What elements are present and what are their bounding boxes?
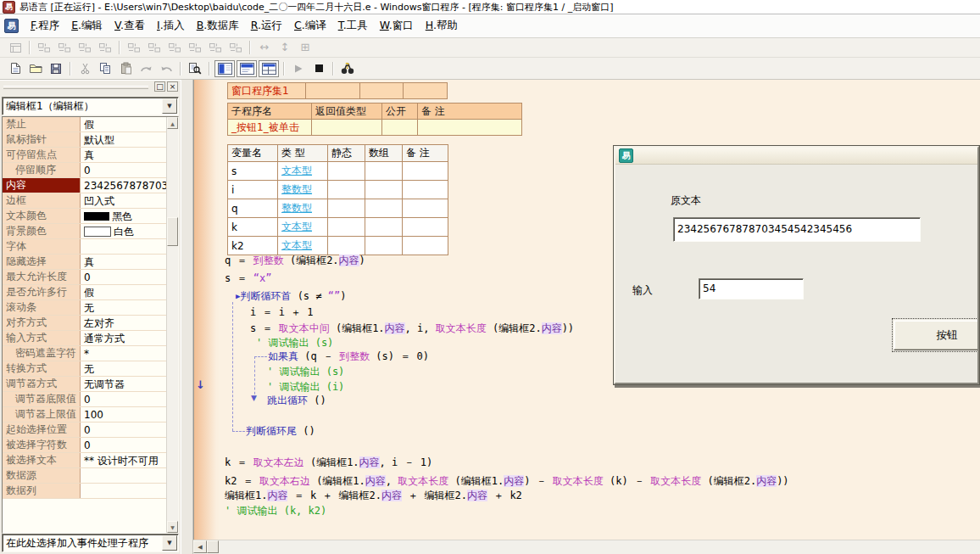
code-line[interactable]: k2 ＝ 取文本右边 (编辑框1.内容, 取文本长度 (编辑框1.内容) － 取… [225, 475, 789, 487]
code-line[interactable]: ' 调试输出 (i) [267, 381, 344, 393]
property-value[interactable]: 2342567878703454 [81, 178, 167, 193]
menu-item-r[interactable]: R.运行 [245, 16, 288, 36]
menu-item-e[interactable]: E.编辑 [65, 16, 109, 36]
property-value[interactable]: 0 [81, 422, 167, 437]
property-value[interactable] [81, 484, 167, 498]
property-value[interactable]: 无调节器 [81, 377, 167, 391]
property-value[interactable]: * [81, 346, 167, 361]
menu-item-w[interactable]: W.窗口 [374, 16, 420, 36]
new-file-icon[interactable] [5, 60, 25, 77]
property-row[interactable]: 背景颜色白色 [3, 224, 167, 239]
chevron-down-icon[interactable]: ▼ [162, 98, 177, 114]
property-value[interactable]: 假 [81, 117, 167, 132]
run-action-button[interactable]: 按钮 [892, 318, 977, 352]
event-handler-selector[interactable]: 在此处选择加入事件处理子程序 ▼ [2, 534, 179, 552]
property-row[interactable]: 字体 [3, 239, 167, 255]
property-value[interactable]: 假 [81, 285, 167, 299]
code-line[interactable]: ' 调试输出 (s) [256, 337, 333, 349]
variable-type-link[interactable]: 文本型 [278, 218, 328, 237]
property-row[interactable]: 调节器底限值0 [3, 392, 167, 407]
code-line[interactable]: ' 调试输出 (k, k2) [225, 505, 326, 517]
property-row[interactable]: 文本颜色黑色 [3, 209, 167, 224]
property-row[interactable]: 禁止假 [3, 117, 167, 132]
property-value[interactable]: 0 [81, 163, 167, 177]
scroll-down-icon[interactable]: ▼ [167, 521, 178, 533]
panel-float-button[interactable]: □ [154, 81, 165, 92]
input-field[interactable]: 54 [699, 278, 804, 299]
property-row[interactable]: 数据列 [3, 484, 167, 499]
scrollbar-thumb[interactable] [167, 217, 178, 246]
property-row[interactable]: 密码遮盖字符* [3, 346, 167, 361]
property-value[interactable]: 默认型 [81, 132, 167, 147]
property-value[interactable]: 0 [81, 270, 167, 284]
view-all-icon[interactable] [259, 60, 279, 77]
variable-table[interactable]: 变量名类 型静态数组备 注s文本型i整数型q整数型k文本型k2文本型 [227, 144, 448, 255]
code-line[interactable]: 编辑框1.内容 ＝ k ＋ 编辑框2.内容 ＋ 编辑框2.内容 ＋ k2 [225, 490, 522, 501]
variable-type-link[interactable]: 整数型 [278, 181, 328, 199]
property-value[interactable]: 0 [81, 438, 167, 452]
property-value[interactable]: 0 [81, 392, 167, 406]
variable-type-link[interactable]: 整数型 [278, 199, 328, 218]
property-value[interactable]: 100 [81, 407, 167, 422]
property-value[interactable]: 凹入式 [81, 193, 167, 208]
code-line[interactable]: 如果真 (q － 到整数 (s) ＝ 0) [268, 350, 429, 362]
property-row[interactable]: 调节器上限值100 [3, 407, 167, 422]
property-row[interactable]: 可停留焦点真 [3, 148, 167, 163]
variable-type-link[interactable]: 文本型 [278, 162, 328, 181]
menu-item-b[interactable]: B.数据库 [191, 16, 245, 36]
property-row[interactable]: 内容2342567878703454 [3, 178, 167, 193]
property-value[interactable]: 左对齐 [81, 316, 167, 330]
property-row[interactable]: 鼠标指针默认型 [3, 132, 167, 148]
panel-splitter[interactable] [181, 80, 193, 554]
find-text-icon[interactable] [185, 60, 205, 77]
save-file-icon[interactable] [46, 60, 66, 77]
property-value[interactable]: 真 [81, 148, 167, 162]
code-line[interactable]: k ＝ 取文本左边 (编辑框1.内容, i － 1) [225, 456, 432, 468]
property-row[interactable]: 滚动条无 [3, 300, 167, 316]
code-line[interactable]: i ＝ i ＋ 1 [250, 306, 314, 318]
variable-type-link[interactable]: 文本型 [278, 237, 328, 255]
subroutine-table[interactable]: 子程序名返回值类型公开备 注_按钮1_被单击 [227, 103, 522, 136]
property-value[interactable]: 真 [81, 255, 167, 269]
menu-item-t[interactable]: T.工具 [332, 16, 374, 36]
component-selector[interactable]: 编辑框1（编辑框） ▼ [2, 97, 179, 115]
menu-item-h[interactable]: H.帮助 [420, 16, 464, 36]
run-action-button-face[interactable]: 按钮 [894, 320, 977, 350]
code-line[interactable]: s ＝ 取文本中间 (编辑框1.内容, i, 取文本长度 (编辑框2.内容)) [250, 322, 574, 334]
find-help-icon[interactable]: ? [337, 60, 358, 77]
code-h-scrollbar[interactable]: ◀ [193, 540, 980, 554]
open-file-icon[interactable] [25, 60, 46, 77]
property-row[interactable]: 被选择文本** 设计时不可用 [3, 453, 167, 468]
runtime-titlebar[interactable]: 易 [615, 148, 977, 165]
property-value[interactable]: 黑色 [81, 209, 167, 223]
code-line[interactable]: 跳出循环 () [267, 395, 326, 406]
code-line[interactable]: s ＝ “x” [225, 272, 271, 284]
menu-item-v[interactable]: V.查看 [109, 16, 151, 36]
source-text-input[interactable]: 234256767878703454542345456 [673, 217, 921, 242]
property-row[interactable]: 调节器方式无调节器 [3, 377, 167, 392]
property-row[interactable]: 隐藏选择真 [3, 255, 167, 270]
property-row[interactable]: 被选择字符数0 [3, 438, 167, 453]
panel-grip[interactable] [3, 86, 148, 89]
code-line[interactable]: ▶判断循环首 (s ≠ “”) [236, 290, 346, 302]
menu-item-f[interactable]: F.程序 [25, 16, 65, 36]
property-value[interactable]: 无 [81, 361, 167, 376]
code-line[interactable]: q ＝ 到整数 (编辑框2.内容) [225, 255, 365, 266]
property-value[interactable] [81, 468, 167, 483]
property-row[interactable]: 边框凹入式 [3, 193, 167, 209]
property-value[interactable]: 无 [81, 300, 167, 315]
property-value[interactable] [81, 239, 167, 254]
property-row[interactable]: 停留顺序0 [3, 163, 167, 178]
property-value[interactable]: 通常方式 [81, 331, 167, 345]
panel-close-button[interactable]: × [167, 81, 178, 92]
chevron-down-icon[interactable]: ▼ [162, 535, 177, 551]
copy-icon[interactable] [95, 60, 115, 77]
scrollbar-thumb[interactable] [207, 540, 219, 553]
menu-item-c[interactable]: C.编译 [288, 16, 332, 36]
menu-item-i[interactable]: I.插入 [151, 16, 191, 36]
code-line[interactable]: 判断循环尾 () [246, 425, 315, 437]
property-row[interactable]: 转换方式无 [3, 361, 167, 377]
property-row[interactable]: 数据源 [3, 468, 167, 484]
property-value[interactable]: 白色 [81, 224, 167, 238]
scroll-up-icon[interactable]: ▲ [167, 117, 178, 129]
